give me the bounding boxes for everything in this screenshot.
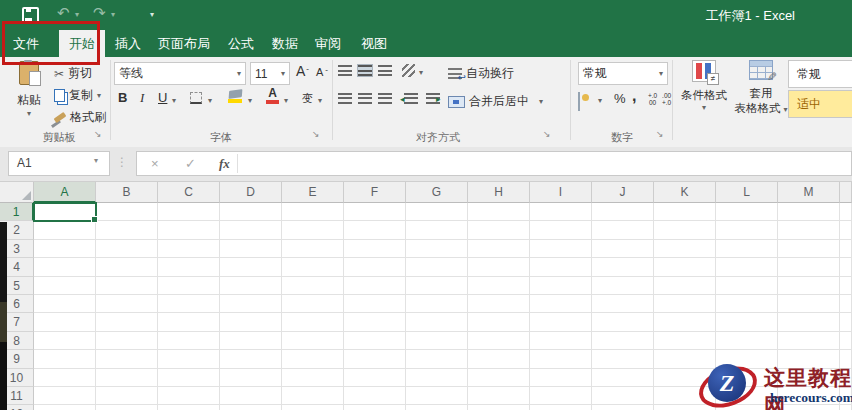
tab-data[interactable]: 数据 <box>272 30 298 57</box>
cell-M1[interactable] <box>778 203 840 221</box>
cell-F12[interactable] <box>344 405 406 410</box>
cell-M8[interactable] <box>778 332 840 350</box>
cell-I12[interactable] <box>530 405 592 410</box>
cell-E1[interactable] <box>282 203 344 221</box>
cell-L8[interactable] <box>716 332 778 350</box>
cell-partial[interactable] <box>840 295 852 313</box>
column-header-G[interactable]: G <box>406 182 468 203</box>
cell-B9[interactable] <box>96 350 158 368</box>
cell-L7[interactable] <box>716 313 778 331</box>
cell-K2[interactable] <box>654 221 716 239</box>
cell-I1[interactable] <box>530 203 592 221</box>
cell-H6[interactable] <box>468 295 530 313</box>
cell-F1[interactable] <box>344 203 406 221</box>
comma-style-button[interactable]: , <box>632 87 636 105</box>
cell-D6[interactable] <box>220 295 282 313</box>
cell-partial[interactable] <box>840 332 852 350</box>
borders-dropdown-icon[interactable]: ▾ <box>208 96 212 105</box>
column-header-C[interactable]: C <box>158 182 220 203</box>
cell-B4[interactable] <box>96 258 158 276</box>
cell-D11[interactable] <box>220 387 282 405</box>
cell-E4[interactable] <box>282 258 344 276</box>
cell-L5[interactable] <box>716 277 778 295</box>
cell-I7[interactable] <box>530 313 592 331</box>
cell-E6[interactable] <box>282 295 344 313</box>
cell-K5[interactable] <box>654 277 716 295</box>
column-header-M[interactable]: M <box>778 182 840 203</box>
cell-H4[interactable] <box>468 258 530 276</box>
align-right-button[interactable] <box>378 93 392 104</box>
orientation-dropdown-icon[interactable]: ▾ <box>419 68 423 77</box>
increase-decimal-button[interactable]: +.0 00 <box>648 93 657 106</box>
cell-K3[interactable] <box>654 240 716 258</box>
cell-J11[interactable] <box>592 387 654 405</box>
bottom-align-button[interactable] <box>378 65 392 76</box>
cell-partial[interactable] <box>840 203 852 221</box>
decrease-indent-button[interactable] <box>404 93 418 104</box>
tab-page-layout[interactable]: 页面布局 <box>158 30 210 57</box>
decrease-font-button[interactable]: Aˇ <box>316 66 328 78</box>
fill-handle[interactable] <box>91 216 98 223</box>
cell-I4[interactable] <box>530 258 592 276</box>
cell-E9[interactable] <box>282 350 344 368</box>
decrease-decimal-button[interactable]: .00 +.0 <box>662 93 671 106</box>
cell-C2[interactable] <box>158 221 220 239</box>
cell-A8[interactable] <box>34 332 96 350</box>
phonetic-dropdown-icon[interactable]: ▾ <box>318 96 322 105</box>
wrap-text-button[interactable]: ↩ 自动换行 <box>448 65 514 82</box>
orientation-button[interactable] <box>402 64 415 77</box>
cell-G6[interactable] <box>406 295 468 313</box>
cell-A10[interactable] <box>34 369 96 387</box>
cell-H2[interactable] <box>468 221 530 239</box>
cell-I9[interactable] <box>530 350 592 368</box>
select-all-button[interactable] <box>0 182 34 203</box>
cell-C6[interactable] <box>158 295 220 313</box>
cell-J7[interactable] <box>592 313 654 331</box>
font-dialog-launcher-icon[interactable]: ↘ <box>312 129 320 139</box>
cell-L2[interactable] <box>716 221 778 239</box>
column-header-L[interactable]: L <box>716 182 778 203</box>
selected-cell-outline[interactable] <box>33 202 97 222</box>
cell-J2[interactable] <box>592 221 654 239</box>
accounting-format-button[interactable] <box>578 92 580 111</box>
number-dialog-launcher-icon[interactable]: ↘ <box>656 129 664 139</box>
column-header-E[interactable]: E <box>282 182 344 203</box>
cell-F5[interactable] <box>344 277 406 295</box>
cancel-button[interactable]: × <box>151 156 159 171</box>
cell-H8[interactable] <box>468 332 530 350</box>
tab-insert[interactable]: 插入 <box>115 30 141 57</box>
cell-K1[interactable] <box>654 203 716 221</box>
formula-input[interactable]: × ✓ fx <box>136 151 852 176</box>
cell-A3[interactable] <box>34 240 96 258</box>
cell-E3[interactable] <box>282 240 344 258</box>
cell-D8[interactable] <box>220 332 282 350</box>
fill-color-button[interactable] <box>228 90 242 103</box>
cell-F9[interactable] <box>344 350 406 368</box>
column-header-F[interactable]: F <box>344 182 406 203</box>
cell-J8[interactable] <box>592 332 654 350</box>
cell-E7[interactable] <box>282 313 344 331</box>
insert-function-button[interactable]: fx <box>219 156 230 172</box>
cell-B7[interactable] <box>96 313 158 331</box>
cell-G9[interactable] <box>406 350 468 368</box>
align-left-button[interactable] <box>338 93 352 104</box>
cell-A5[interactable] <box>34 277 96 295</box>
formula-bar-grip-icon[interactable]: ⋮ <box>116 155 128 169</box>
cell-L6[interactable] <box>716 295 778 313</box>
cell-I2[interactable] <box>530 221 592 239</box>
cell-I5[interactable] <box>530 277 592 295</box>
column-header-partial[interactable] <box>840 182 852 203</box>
cell-B8[interactable] <box>96 332 158 350</box>
cell-J3[interactable] <box>592 240 654 258</box>
cell-D5[interactable] <box>220 277 282 295</box>
cell-J5[interactable] <box>592 277 654 295</box>
cell-H11[interactable] <box>468 387 530 405</box>
cell-F2[interactable] <box>344 221 406 239</box>
cell-G2[interactable] <box>406 221 468 239</box>
cell-K7[interactable] <box>654 313 716 331</box>
cell-G1[interactable] <box>406 203 468 221</box>
cell-B12[interactable] <box>96 405 158 410</box>
column-header-I[interactable]: I <box>530 182 592 203</box>
cell-F11[interactable] <box>344 387 406 405</box>
cell-J4[interactable] <box>592 258 654 276</box>
